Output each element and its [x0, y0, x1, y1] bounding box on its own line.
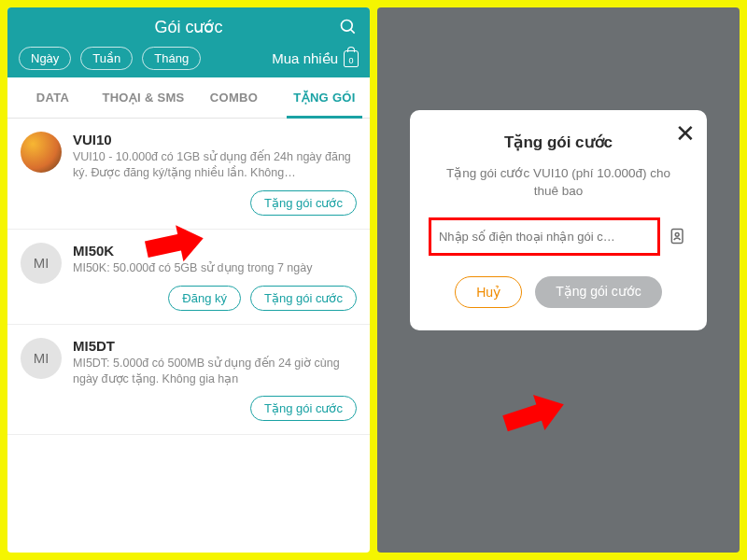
header: Gói cước Ngày Tuần Tháng Mua nhiều 0	[7, 7, 370, 77]
buy-many-button[interactable]: Mua nhiều 0	[272, 50, 359, 67]
svg-point-0	[342, 21, 353, 32]
item-title: MI5DT	[73, 338, 357, 354]
contacts-icon[interactable]	[668, 226, 688, 246]
cancel-button[interactable]: Huỷ	[455, 276, 522, 308]
bag-icon: 0	[344, 50, 359, 67]
avatar	[21, 132, 62, 173]
item-title: VUI10	[73, 132, 357, 147]
tab-data[interactable]: DATA	[7, 77, 98, 118]
item-desc: MI50K: 50.000đ có 5GB sử dụng trong 7 ng…	[73, 260, 357, 276]
tab-gift[interactable]: TẶNG GÓI	[279, 77, 370, 118]
phone-input[interactable]	[433, 222, 655, 251]
svg-point-3	[675, 233, 679, 237]
tab-bar: DATA THOẠI & SMS COMBO TẶNG GÓI	[7, 77, 370, 119]
confirm-gift-button[interactable]: Tặng gói cước	[535, 276, 662, 308]
tab-voice-sms[interactable]: THOẠI & SMS	[98, 77, 189, 118]
item-desc: VUI10 - 10.000đ có 1GB sử dụng đến 24h n…	[73, 149, 357, 181]
close-icon[interactable]: ✕	[675, 119, 696, 148]
list-item[interactable]: MI MI50K MI50K: 50.000đ có 5GB sử dụng t…	[7, 230, 370, 325]
register-button[interactable]: Đăng ký	[168, 286, 241, 311]
package-list-screen: Gói cước Ngày Tuần Tháng Mua nhiều 0 DAT…	[7, 7, 370, 553]
filter-chip-month[interactable]: Tháng	[142, 47, 201, 70]
list-item[interactable]: VUI10 VUI10 - 10.000đ có 1GB sử dụng đến…	[7, 119, 370, 230]
filter-chip-day[interactable]: Ngày	[19, 47, 71, 70]
phone-input-highlight	[429, 217, 660, 256]
list-item[interactable]: MI MI5DT MI5DT: 5.000đ có 500MB sử dụng …	[7, 325, 370, 436]
svg-line-1	[351, 30, 355, 34]
item-title: MI50K	[73, 243, 357, 259]
gift-button[interactable]: Tặng gói cước	[250, 286, 357, 311]
avatar: MI	[21, 338, 62, 379]
search-icon[interactable]	[338, 17, 359, 37]
buy-many-label: Mua nhiều	[272, 50, 338, 67]
item-desc: MI5DT: 5.000đ có 500MB sử dụng đến 24 gi…	[73, 356, 357, 387]
avatar: MI	[21, 243, 62, 284]
package-list[interactable]: VUI10 VUI10 - 10.000đ có 1GB sử dụng đến…	[7, 119, 370, 553]
gift-modal: ✕ Tặng gói cước Tặng gói cước VUI10 (phí…	[410, 110, 707, 330]
gift-modal-screen: ✕ Tặng gói cước Tặng gói cước VUI10 (phí…	[377, 7, 740, 553]
page-title: Gói cước	[39, 17, 338, 37]
filter-chip-week[interactable]: Tuần	[80, 47, 133, 70]
tab-combo[interactable]: COMBO	[189, 77, 279, 118]
annotation-arrow-icon	[499, 383, 573, 441]
modal-subtitle: Tặng gói cước VUI10 (phí 10.000đ) cho th…	[429, 165, 688, 201]
gift-button[interactable]: Tặng gói cước	[250, 396, 357, 421]
modal-title: Tặng gói cước	[429, 133, 688, 152]
gift-button[interactable]: Tặng gói cước	[250, 190, 357, 216]
